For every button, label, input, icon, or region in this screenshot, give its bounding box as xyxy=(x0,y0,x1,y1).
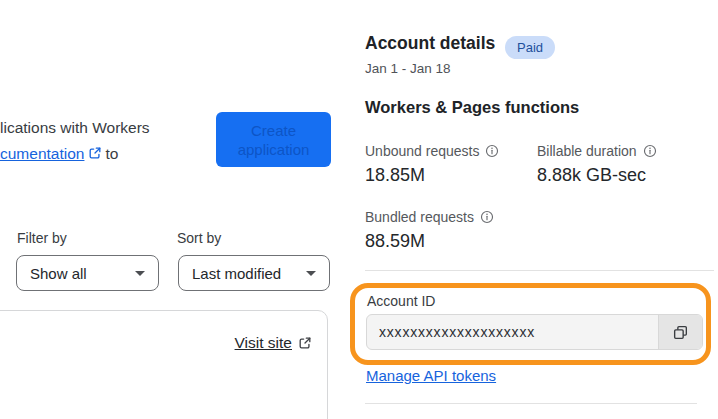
copy-button[interactable] xyxy=(658,315,702,349)
metric-label-text: Bundled requests xyxy=(365,209,474,225)
external-link-icon xyxy=(88,146,102,160)
manage-api-tokens: Manage API tokens xyxy=(366,367,496,384)
info-icon[interactable] xyxy=(485,144,499,158)
manage-api-tokens-link[interactable]: Manage API tokens xyxy=(366,367,496,384)
date-range: Jan 1 - Jan 18 xyxy=(365,61,451,76)
intro-text: lications with Workers cumentationto xyxy=(0,115,150,167)
account-details-title: Account details xyxy=(365,33,495,54)
account-id-field xyxy=(366,314,703,350)
metric-label-billable-duration: Billable duration xyxy=(537,143,657,159)
metric-label-text: Unbound requests xyxy=(365,143,479,159)
chevron-down-icon xyxy=(306,271,316,276)
intro-text-line2: cumentationto xyxy=(0,141,150,167)
metric-label-unbound-requests: Unbound requests xyxy=(365,143,499,159)
copy-icon xyxy=(672,324,689,341)
create-application-button[interactable]: Create application xyxy=(216,112,331,167)
divider xyxy=(365,403,697,404)
workers-pages-dashboard: lications with Workers cumentationto Cre… xyxy=(0,0,718,419)
metric-label-text: Billable duration xyxy=(537,143,637,159)
external-link-icon xyxy=(298,336,312,350)
functions-section-title: Workers & Pages functions xyxy=(365,98,579,117)
info-icon[interactable] xyxy=(480,210,494,224)
filter-by-label: Filter by xyxy=(17,230,67,246)
metric-value-bundled-requests: 88.59M xyxy=(365,231,425,252)
sort-select-value: Last modified xyxy=(192,265,281,282)
account-id-label: Account ID xyxy=(367,293,435,309)
metric-label-bundled-requests: Bundled requests xyxy=(365,209,494,225)
sort-by-label: Sort by xyxy=(177,230,221,246)
account-id-input[interactable] xyxy=(367,315,658,349)
visit-site: Visit site xyxy=(235,334,312,352)
filter-select-value: Show all xyxy=(30,265,87,282)
info-icon[interactable] xyxy=(643,144,657,158)
sort-select[interactable]: Last modified xyxy=(178,255,330,291)
project-card: Visit site xyxy=(0,310,328,419)
divider xyxy=(365,270,714,271)
metric-value-unbound-requests: 18.85M xyxy=(365,165,425,186)
chevron-down-icon xyxy=(135,271,145,276)
visit-site-link[interactable]: Visit site xyxy=(235,334,292,352)
metric-value-billable-duration: 8.88k GB-sec xyxy=(537,165,646,186)
intro-text-line1: lications with Workers xyxy=(0,115,150,141)
documentation-link[interactable]: cumentation xyxy=(0,145,84,162)
intro-text-after: to xyxy=(105,145,118,162)
filter-select[interactable]: Show all xyxy=(16,255,159,291)
plan-badge: Paid xyxy=(505,36,555,59)
